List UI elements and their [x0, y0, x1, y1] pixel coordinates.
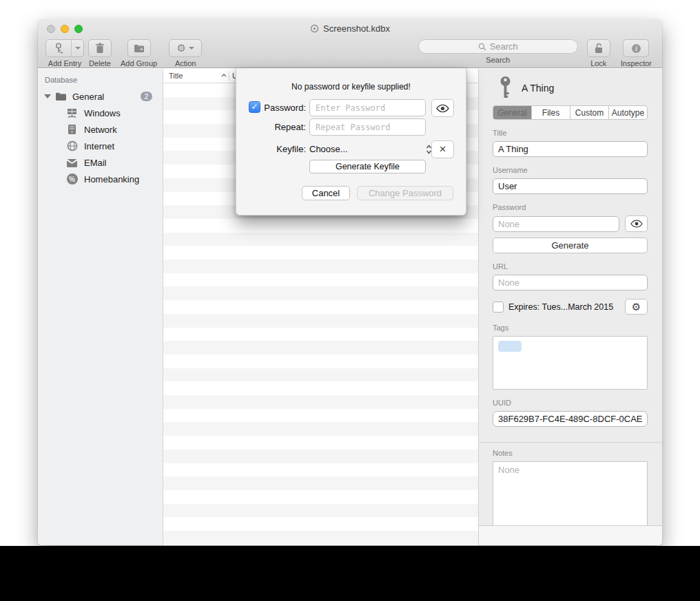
- tab-custom[interactable]: Custom: [570, 106, 608, 119]
- uuid-field[interactable]: [493, 411, 648, 427]
- titlebar: Screenshot.kdbx: [38, 19, 662, 38]
- dialog-password-label: Password:: [236, 103, 306, 113]
- expires-row: Expires: Tues...March 2015 ⚙: [493, 299, 648, 315]
- password-field-label: Password: [493, 203, 648, 211]
- app-window: Screenshot.kdbx + Add Entry: [38, 19, 662, 545]
- keyfile-clear-button[interactable]: ×: [431, 140, 454, 158]
- column-header-title[interactable]: Title: [169, 72, 183, 80]
- change-password-button[interactable]: Change Password: [357, 186, 453, 200]
- eye-icon: [436, 104, 449, 113]
- tab-general[interactable]: General: [493, 106, 531, 119]
- inspector-button[interactable]: i: [623, 39, 649, 57]
- entry-header: A Thing: [493, 69, 648, 101]
- expires-label: Expires: Tues...March 2015: [508, 302, 620, 312]
- toolbar-item-search: Search Search: [418, 39, 578, 64]
- entry-title: A Thing: [522, 83, 554, 94]
- sidebar-item-internet[interactable]: Internet: [38, 138, 163, 154]
- search-icon: [478, 43, 486, 51]
- gear-icon: ⚙: [632, 301, 641, 313]
- expires-settings-button[interactable]: ⚙: [625, 299, 648, 315]
- info-icon: i: [631, 43, 641, 54]
- column-divider[interactable]: [229, 71, 229, 81]
- eye-icon: [630, 220, 643, 228]
- section-divider: [479, 442, 662, 443]
- tab-files[interactable]: Files: [531, 106, 570, 119]
- chevron-down-icon: [189, 47, 194, 50]
- action-button[interactable]: ⚙: [169, 39, 202, 57]
- add-entry-button[interactable]: +: [45, 39, 84, 57]
- add-entry-dropdown[interactable]: [71, 40, 83, 56]
- dialog-repeat-input[interactable]: [309, 118, 426, 136]
- sidebar-item-general[interactable]: General 2: [38, 88, 163, 105]
- trash-icon: [95, 43, 105, 54]
- close-x-icon: ×: [440, 143, 446, 156]
- title-field[interactable]: [493, 141, 648, 157]
- window-title-text: Screenshot.kdbx: [323, 23, 390, 34]
- dialog-password-input[interactable]: [309, 99, 426, 116]
- sidebar-header: Database: [38, 73, 163, 88]
- sidebar-item-windows[interactable]: Windows: [38, 105, 163, 121]
- toolbar-item-lock: Lock: [587, 39, 610, 67]
- username-field[interactable]: [493, 178, 648, 194]
- sidebar-item-homebanking[interactable]: % Homebanking: [38, 171, 163, 187]
- sheet-message: No password or keyfile supplied!: [236, 82, 466, 92]
- dialog-keyfile-label: Keyfile:: [236, 144, 306, 154]
- notes-label: Notes: [493, 449, 648, 457]
- key-plus-icon: +: [46, 40, 71, 56]
- keyfile-popup-value: Choose...: [309, 144, 426, 154]
- svg-text:+: +: [61, 50, 63, 54]
- document-proxy-icon: [310, 24, 319, 33]
- folder-icon: [55, 92, 67, 101]
- tags-label: Tags: [493, 324, 648, 332]
- toolbar-item-add-entry: + Add Entry: [45, 39, 84, 67]
- dialog-reveal-button[interactable]: [431, 99, 454, 117]
- count-badge: 2: [141, 92, 152, 101]
- cancel-button[interactable]: Cancel: [302, 186, 350, 200]
- key-icon: [498, 76, 513, 100]
- gear-icon: ⚙: [176, 42, 185, 54]
- svg-text:i: i: [635, 45, 637, 52]
- sort-ascending-icon: [221, 74, 227, 77]
- unlock-icon: [594, 43, 604, 54]
- sidebar-item-label: Homebanking: [84, 174, 139, 184]
- sidebar-item-email[interactable]: EMail: [38, 154, 163, 171]
- lock-button[interactable]: [587, 39, 610, 57]
- window-title: Screenshot.kdbx: [38, 19, 662, 38]
- toolbar-item-inspector: i Inspector: [621, 39, 652, 67]
- lock-label: Lock: [590, 59, 606, 67]
- background-strip: [0, 546, 700, 601]
- url-field[interactable]: [493, 275, 648, 291]
- tags-field[interactable]: [493, 336, 648, 390]
- toolbar: + Add Entry Delete: [38, 38, 662, 68]
- password-row: [493, 211, 648, 232]
- tab-autotype[interactable]: Autotype: [608, 106, 647, 119]
- notes-field[interactable]: [493, 461, 648, 526]
- folder-plus-icon: +: [134, 43, 145, 53]
- svg-text:+: +: [140, 46, 143, 52]
- delete-label: Delete: [89, 59, 111, 67]
- sidebar: Database General 2 Windows: [38, 69, 163, 545]
- search-input[interactable]: Search: [418, 39, 578, 54]
- keyfile-popup[interactable]: Choose...: [309, 140, 432, 158]
- expires-checkbox[interactable]: [493, 302, 504, 313]
- add-group-button[interactable]: +: [127, 39, 151, 57]
- reveal-password-button[interactable]: [625, 215, 648, 232]
- delete-button[interactable]: [88, 39, 112, 57]
- envelope-icon: [66, 157, 78, 169]
- sidebar-item-label: Internet: [84, 141, 114, 151]
- search-placeholder: Search: [490, 41, 518, 52]
- uuid-label: UUID: [493, 399, 648, 407]
- generate-password-button[interactable]: Generate: [493, 238, 648, 253]
- disclosure-triangle-icon[interactable]: [44, 94, 51, 98]
- server-icon: [66, 124, 78, 136]
- inspector-label: Inspector: [621, 59, 652, 67]
- password-field[interactable]: [493, 216, 619, 232]
- sidebar-item-network[interactable]: Network: [38, 121, 163, 138]
- chevron-down-icon: [75, 47, 81, 50]
- sidebar-item-label: Windows: [84, 108, 121, 118]
- tag-token[interactable]: [498, 341, 522, 352]
- generate-keyfile-button[interactable]: Generate Keyfile: [309, 160, 426, 173]
- inspector-tabs: General Files Custom Autotype: [493, 105, 648, 120]
- globe-icon: [66, 140, 78, 152]
- sidebar-item-label: Network: [84, 125, 117, 135]
